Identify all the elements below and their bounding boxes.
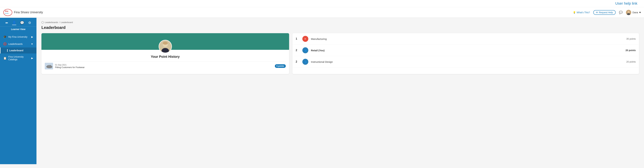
chat-icon[interactable]: 💬 [619, 11, 622, 14]
team-name-2: Retail (You) [311, 49, 623, 52]
sidebar-home-icon[interactable]: ⬅ [5, 21, 8, 25]
card-body: Your Point History 01-Sep-2021 [42, 50, 289, 74]
leaderboard-table: 1 M Manufacturing 35 points 2 [292, 33, 639, 74]
sidebar-user-icon[interactable]: 👤 [12, 21, 16, 25]
breadcrumb: Leaderboards / Leaderboard [42, 21, 639, 24]
sidebar-item-catalogs[interactable]: 📋 Fina University Catalogs ▶ [0, 53, 36, 63]
lightbulb-icon: 💡 [573, 11, 576, 14]
breadcrumb-leaderboards: Leaderboards [45, 21, 58, 24]
svg-text:👥: 👥 [304, 61, 306, 63]
history-date: 01-Sep-2021 [55, 64, 273, 66]
history-item: 01-Sep-2021 Fitting Customers for Footwe… [45, 61, 286, 71]
point-history-title: Your Point History [45, 55, 286, 59]
annotation-bar: User help link [0, 0, 644, 7]
user-name-label: Dana [632, 11, 638, 14]
fina-logo-icon: fina SHOES [3, 9, 12, 16]
sidebar-item-leaderboards[interactable]: ⭕ Leaderboards ▼ [0, 40, 36, 48]
avatar-image [626, 10, 631, 15]
sidebar-item-my-fina[interactable]: 🎓 My Fina University ▶ [0, 33, 36, 40]
team-name-1: Manufacturing [311, 38, 624, 40]
user-profile-avatar [159, 40, 172, 53]
catalogs-arrow-icon: ▶ [31, 57, 33, 59]
card-banner [42, 33, 289, 50]
leaderboards-arrow-icon: ▼ [31, 43, 33, 45]
user-dropdown-icon: ▾ [639, 11, 641, 14]
points-badge: 5 points [275, 64, 286, 68]
team-icon-retail: 👥 [302, 47, 308, 53]
breadcrumb-leaderboard: Leaderboard [61, 21, 73, 24]
breadcrumb-circle-icon [42, 21, 44, 24]
user-menu[interactable]: Dana ▾ [626, 10, 641, 15]
leaderboards-icon: ⭕ [3, 42, 7, 46]
email-icon: ✉ [596, 11, 598, 14]
svg-text:M: M [304, 38, 306, 40]
my-fina-label: My Fina University [8, 36, 27, 38]
page-title: Leaderboard [42, 25, 639, 30]
rank-3: 2 [296, 60, 300, 63]
instructional-icon: 👥 [304, 60, 307, 63]
logo-area: fina SHOES Fina Shoes University [3, 9, 43, 16]
request-help-button[interactable]: ✉ Request Help [593, 10, 616, 15]
team-icon-manufacturing: M [302, 36, 308, 42]
graduation-icon: 🎓 [3, 35, 7, 38]
history-item-name: Fitting Customers for Footwear [55, 66, 273, 69]
shoe-thumbnail [45, 63, 53, 69]
leaderboard-active-label: Leaderboard [9, 49, 23, 52]
leaderboards-label: Leaderboards [8, 43, 22, 45]
leaderboard-row-2: 2 👥 Retail (You) 20 points [292, 45, 639, 56]
breadcrumb-separator: / [59, 21, 60, 24]
content-grid: Your Point History 01-Sep-2021 [42, 33, 639, 74]
profile-image [159, 40, 172, 53]
sidebar-settings-icon[interactable]: ⚙ [28, 21, 31, 25]
whats-this-link[interactable]: 💡 What's This? [573, 11, 590, 14]
sidebar-icon-bar: ⬅ 👤 💬 ⚙ [0, 18, 36, 27]
sidebar-chat-icon[interactable]: 💬 [20, 21, 24, 25]
sidebar-item-leaderboard-active[interactable]: Leaderboard [0, 48, 36, 53]
point-history-card: Your Point History 01-Sep-2021 [42, 33, 289, 74]
team-name-3: Instructional Design [311, 60, 624, 63]
svg-text:👥: 👥 [304, 50, 306, 52]
team-points-1: 35 points [626, 38, 636, 40]
svg-point-9 [163, 42, 168, 45]
user-help-annotation: User help link [615, 1, 637, 6]
app-header: fina SHOES Fina Shoes University 💡 What'… [0, 7, 644, 18]
history-thumbnail [45, 63, 53, 69]
whats-this-label: What's This? [576, 11, 590, 14]
rank-2: 2 [296, 49, 300, 52]
request-help-label: Request Help [599, 11, 613, 14]
app-title: Fina Shoes University [14, 11, 43, 14]
team-points-3: 20 points [626, 60, 636, 63]
team-icon-instructional: 👥 [302, 59, 308, 65]
svg-point-4 [628, 11, 630, 13]
team-points-2: 20 points [626, 49, 636, 52]
learner-view-label: Learner View [0, 27, 36, 33]
my-fina-arrow-icon: ▶ [31, 36, 33, 38]
svg-text:fina: fina [5, 10, 8, 12]
rank-1: 1 [296, 37, 300, 40]
catalogs-label: Fina University Catalogs [8, 55, 31, 61]
user-avatar [626, 10, 631, 15]
manufacturing-icon: M [304, 37, 307, 41]
active-bar [7, 49, 8, 52]
leaderboard-row-1: 1 M Manufacturing 35 points [292, 33, 639, 45]
svg-text:SHOES: SHOES [5, 13, 9, 14]
leaderboard-row-3: 2 👥 Instructional Design 20 points [292, 56, 639, 68]
header-right: 💡 What's This? ✉ Request Help 💬 Dana ▾ [573, 10, 641, 15]
main-content: Leaderboards / Leaderboard Leaderboard [36, 18, 644, 164]
catalogs-icon: 📋 [3, 57, 7, 60]
app-layout: ⬅ 👤 💬 ⚙ Learner View 🎓 My Fina Universit… [0, 18, 644, 164]
history-item-info: 01-Sep-2021 Fitting Customers for Footwe… [55, 64, 273, 69]
sidebar: ⬅ 👤 💬 ⚙ Learner View 🎓 My Fina Universit… [0, 18, 36, 164]
retail-icon: 👥 [304, 49, 307, 52]
